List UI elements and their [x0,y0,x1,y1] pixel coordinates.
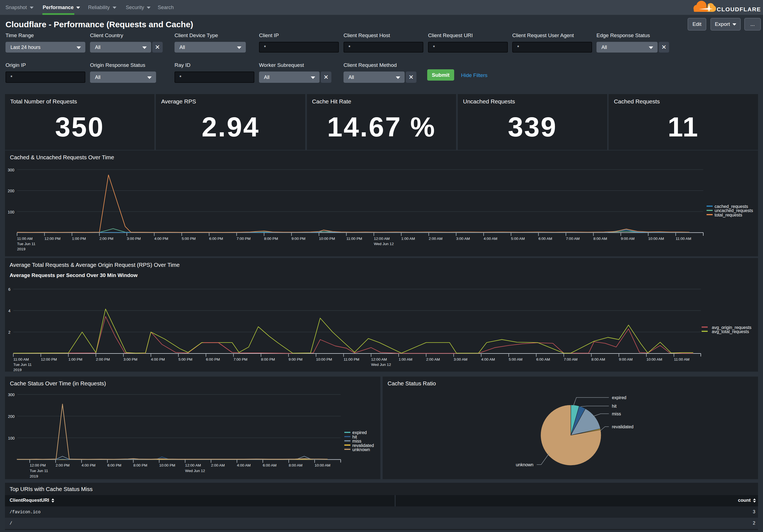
svg-text:8:00 AM: 8:00 AM [591,357,605,361]
svg-text:5:00 PM: 5:00 PM [178,357,192,361]
svg-text:6: 6 [8,287,10,292]
svg-text:2019: 2019 [13,368,22,372]
svg-text:Wed Jun 12: Wed Jun 12 [371,363,391,367]
svg-text:Tue Jun 11: Tue Jun 11 [30,469,48,473]
svg-text:7:00 PM: 7:00 PM [233,357,248,361]
svg-text:300: 300 [8,393,15,397]
svg-text:Wed Jun 12: Wed Jun 12 [185,469,205,473]
svg-text:Tue Jun 11: Tue Jun 11 [17,242,36,246]
svg-text:12:00 AM: 12:00 AM [374,236,389,241]
svg-text:7:00 AM: 7:00 AM [564,357,578,361]
svg-text:2: 2 [8,330,10,334]
svg-text:8:00 PM: 8:00 PM [133,463,147,467]
svg-text:300: 300 [8,168,14,172]
svg-text:revalidated: revalidated [612,424,633,429]
svg-text:100: 100 [8,210,14,214]
svg-text:9:00 PM: 9:00 PM [291,236,305,241]
svg-text:3:00 PM: 3:00 PM [127,236,141,241]
svg-text:11:00 AM: 11:00 AM [13,357,29,361]
svg-text:Tue Jun 11: Tue Jun 11 [13,363,32,367]
svg-text:2019: 2019 [17,247,25,251]
svg-text:7:00 PM: 7:00 PM [237,236,251,241]
svg-text:6:00 AM: 6:00 AM [536,357,550,361]
svg-text:10:00 AM: 10:00 AM [315,463,330,467]
svg-text:avg_total_requests: avg_total_requests [712,329,749,334]
svg-text:12:00 PM: 12:00 PM [41,357,57,361]
svg-text:5:00 AM: 5:00 AM [511,236,525,241]
svg-text:3:00 AM: 3:00 AM [454,357,467,361]
svg-text:10:00 PM: 10:00 PM [319,236,335,241]
svg-text:8:00 PM: 8:00 PM [264,236,278,241]
svg-text:8:00 PM: 8:00 PM [261,357,275,361]
svg-text:100: 100 [8,436,15,440]
svg-text:4:00 PM: 4:00 PM [154,236,168,241]
svg-text:4: 4 [8,309,10,313]
svg-text:CLOUDFLARE: CLOUDFLARE [717,6,761,12]
svg-text:2:00 AM: 2:00 AM [426,357,440,361]
svg-text:hit: hit [612,404,616,408]
svg-text:2:00 AM: 2:00 AM [429,236,443,241]
svg-text:miss: miss [612,411,621,416]
svg-text:8:00 AM: 8:00 AM [289,463,302,467]
svg-text:2:00 AM: 2:00 AM [211,463,225,467]
svg-text:expired: expired [612,395,626,400]
svg-text:10:00 AM: 10:00 AM [646,357,662,361]
svg-text:2:00 PM: 2:00 PM [99,236,113,241]
svg-text:1:00 AM: 1:00 AM [398,357,412,361]
svg-text:6:00 PM: 6:00 PM [107,463,121,467]
svg-text:12:00 AM: 12:00 AM [371,357,387,361]
svg-text:6:00 PM: 6:00 PM [209,236,223,241]
svg-text:6:00 PM: 6:00 PM [206,357,220,361]
svg-text:unknown: unknown [516,462,533,467]
svg-text:9:00 PM: 9:00 PM [288,357,302,361]
svg-text:1:00 PM: 1:00 PM [68,357,82,361]
svg-text:4:00 PM: 4:00 PM [81,463,95,467]
svg-text:200: 200 [8,189,14,193]
svg-text:10:00 PM: 10:00 PM [159,463,175,467]
svg-text:11:00 AM: 11:00 AM [674,357,689,361]
svg-text:11:00 AM: 11:00 AM [17,236,33,241]
svg-text:3:00 AM: 3:00 AM [456,236,470,241]
svg-text:11:00 PM: 11:00 PM [346,236,362,241]
svg-text:4:00 AM: 4:00 AM [481,357,495,361]
svg-text:4:00 AM: 4:00 AM [484,236,497,241]
svg-text:7:00 AM: 7:00 AM [566,236,580,241]
svg-text:12:00 AM: 12:00 AM [185,463,201,467]
svg-text:1:00 AM: 1:00 AM [401,236,415,241]
svg-text:10:00 PM: 10:00 PM [316,357,332,361]
svg-text:11:00 AM: 11:00 AM [676,236,691,241]
svg-text:10:00 AM: 10:00 AM [648,236,664,241]
svg-text:4:00 AM: 4:00 AM [237,463,251,467]
svg-text:6:00 AM: 6:00 AM [538,236,552,241]
svg-text:5:00 PM: 5:00 PM [182,236,196,241]
svg-text:11:00 PM: 11:00 PM [344,357,359,361]
svg-text:4:00 PM: 4:00 PM [151,357,165,361]
svg-text:total_requests: total_requests [714,213,742,218]
svg-text:2:00 PM: 2:00 PM [55,463,70,467]
svg-text:1:00 PM: 1:00 PM [72,236,86,241]
svg-text:2019: 2019 [30,474,38,478]
svg-text:3:00 PM: 3:00 PM [123,357,137,361]
svg-text:Wed Jun 12: Wed Jun 12 [374,242,393,246]
svg-text:12:00 PM: 12:00 PM [30,463,46,467]
svg-text:200: 200 [8,414,15,419]
svg-text:12:00 PM: 12:00 PM [45,236,60,241]
svg-text:6:00 AM: 6:00 AM [263,463,276,467]
svg-text:5:00 AM: 5:00 AM [509,357,522,361]
svg-text:9:00 AM: 9:00 AM [619,357,632,361]
svg-text:8:00 AM: 8:00 AM [594,236,607,241]
svg-text:unknown: unknown [352,447,370,452]
svg-text:9:00 AM: 9:00 AM [621,236,634,241]
svg-text:2:00 PM: 2:00 PM [96,357,110,361]
